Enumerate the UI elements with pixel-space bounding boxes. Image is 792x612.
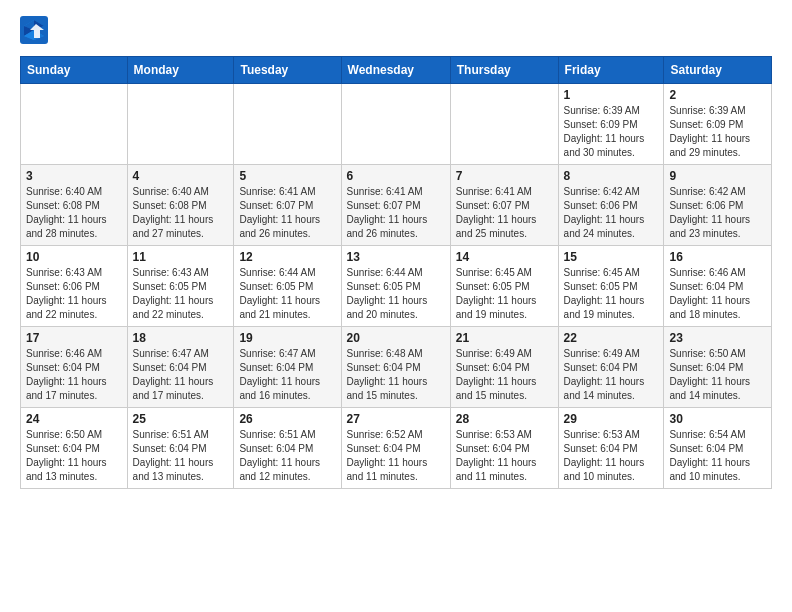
calendar-cell: 14Sunrise: 6:45 AM Sunset: 6:05 PM Dayli… xyxy=(450,246,558,327)
calendar-cell: 8Sunrise: 6:42 AM Sunset: 6:06 PM Daylig… xyxy=(558,165,664,246)
calendar-cell: 11Sunrise: 6:43 AM Sunset: 6:05 PM Dayli… xyxy=(127,246,234,327)
calendar-cell: 25Sunrise: 6:51 AM Sunset: 6:04 PM Dayli… xyxy=(127,408,234,489)
day-number: 29 xyxy=(564,412,659,426)
day-number: 15 xyxy=(564,250,659,264)
calendar-header-sunday: Sunday xyxy=(21,57,128,84)
day-info: Sunrise: 6:48 AM Sunset: 6:04 PM Dayligh… xyxy=(347,347,445,403)
day-info: Sunrise: 6:44 AM Sunset: 6:05 PM Dayligh… xyxy=(239,266,335,322)
calendar-week-1: 1Sunrise: 6:39 AM Sunset: 6:09 PM Daylig… xyxy=(21,84,772,165)
day-info: Sunrise: 6:53 AM Sunset: 6:04 PM Dayligh… xyxy=(564,428,659,484)
day-info: Sunrise: 6:45 AM Sunset: 6:05 PM Dayligh… xyxy=(456,266,553,322)
calendar-cell: 13Sunrise: 6:44 AM Sunset: 6:05 PM Dayli… xyxy=(341,246,450,327)
day-number: 24 xyxy=(26,412,122,426)
calendar-header-saturday: Saturday xyxy=(664,57,772,84)
calendar-header-tuesday: Tuesday xyxy=(234,57,341,84)
calendar-week-5: 24Sunrise: 6:50 AM Sunset: 6:04 PM Dayli… xyxy=(21,408,772,489)
day-number: 17 xyxy=(26,331,122,345)
day-number: 14 xyxy=(456,250,553,264)
logo xyxy=(20,16,52,44)
day-info: Sunrise: 6:41 AM Sunset: 6:07 PM Dayligh… xyxy=(239,185,335,241)
day-number: 12 xyxy=(239,250,335,264)
day-number: 3 xyxy=(26,169,122,183)
calendar-cell: 30Sunrise: 6:54 AM Sunset: 6:04 PM Dayli… xyxy=(664,408,772,489)
day-info: Sunrise: 6:51 AM Sunset: 6:04 PM Dayligh… xyxy=(133,428,229,484)
calendar-cell: 10Sunrise: 6:43 AM Sunset: 6:06 PM Dayli… xyxy=(21,246,128,327)
day-number: 11 xyxy=(133,250,229,264)
day-number: 6 xyxy=(347,169,445,183)
calendar-cell: 19Sunrise: 6:47 AM Sunset: 6:04 PM Dayli… xyxy=(234,327,341,408)
day-info: Sunrise: 6:51 AM Sunset: 6:04 PM Dayligh… xyxy=(239,428,335,484)
day-number: 4 xyxy=(133,169,229,183)
day-number: 21 xyxy=(456,331,553,345)
calendar: SundayMondayTuesdayWednesdayThursdayFrid… xyxy=(20,56,772,489)
day-info: Sunrise: 6:50 AM Sunset: 6:04 PM Dayligh… xyxy=(26,428,122,484)
day-info: Sunrise: 6:53 AM Sunset: 6:04 PM Dayligh… xyxy=(456,428,553,484)
day-number: 20 xyxy=(347,331,445,345)
day-number: 30 xyxy=(669,412,766,426)
day-info: Sunrise: 6:42 AM Sunset: 6:06 PM Dayligh… xyxy=(564,185,659,241)
day-info: Sunrise: 6:43 AM Sunset: 6:06 PM Dayligh… xyxy=(26,266,122,322)
day-number: 19 xyxy=(239,331,335,345)
calendar-cell: 20Sunrise: 6:48 AM Sunset: 6:04 PM Dayli… xyxy=(341,327,450,408)
day-info: Sunrise: 6:46 AM Sunset: 6:04 PM Dayligh… xyxy=(669,266,766,322)
calendar-cell: 27Sunrise: 6:52 AM Sunset: 6:04 PM Dayli… xyxy=(341,408,450,489)
day-info: Sunrise: 6:50 AM Sunset: 6:04 PM Dayligh… xyxy=(669,347,766,403)
day-number: 26 xyxy=(239,412,335,426)
calendar-cell: 16Sunrise: 6:46 AM Sunset: 6:04 PM Dayli… xyxy=(664,246,772,327)
day-number: 9 xyxy=(669,169,766,183)
calendar-week-3: 10Sunrise: 6:43 AM Sunset: 6:06 PM Dayli… xyxy=(21,246,772,327)
day-info: Sunrise: 6:41 AM Sunset: 6:07 PM Dayligh… xyxy=(456,185,553,241)
calendar-header-wednesday: Wednesday xyxy=(341,57,450,84)
calendar-cell: 28Sunrise: 6:53 AM Sunset: 6:04 PM Dayli… xyxy=(450,408,558,489)
calendar-week-4: 17Sunrise: 6:46 AM Sunset: 6:04 PM Dayli… xyxy=(21,327,772,408)
calendar-cell: 1Sunrise: 6:39 AM Sunset: 6:09 PM Daylig… xyxy=(558,84,664,165)
day-info: Sunrise: 6:42 AM Sunset: 6:06 PM Dayligh… xyxy=(669,185,766,241)
calendar-cell: 6Sunrise: 6:41 AM Sunset: 6:07 PM Daylig… xyxy=(341,165,450,246)
day-number: 1 xyxy=(564,88,659,102)
day-info: Sunrise: 6:49 AM Sunset: 6:04 PM Dayligh… xyxy=(456,347,553,403)
calendar-cell xyxy=(341,84,450,165)
day-info: Sunrise: 6:39 AM Sunset: 6:09 PM Dayligh… xyxy=(564,104,659,160)
day-number: 8 xyxy=(564,169,659,183)
calendar-cell: 12Sunrise: 6:44 AM Sunset: 6:05 PM Dayli… xyxy=(234,246,341,327)
calendar-cell: 15Sunrise: 6:45 AM Sunset: 6:05 PM Dayli… xyxy=(558,246,664,327)
calendar-cell xyxy=(127,84,234,165)
day-number: 25 xyxy=(133,412,229,426)
day-info: Sunrise: 6:41 AM Sunset: 6:07 PM Dayligh… xyxy=(347,185,445,241)
calendar-cell: 29Sunrise: 6:53 AM Sunset: 6:04 PM Dayli… xyxy=(558,408,664,489)
calendar-cell: 3Sunrise: 6:40 AM Sunset: 6:08 PM Daylig… xyxy=(21,165,128,246)
calendar-cell: 24Sunrise: 6:50 AM Sunset: 6:04 PM Dayli… xyxy=(21,408,128,489)
day-info: Sunrise: 6:46 AM Sunset: 6:04 PM Dayligh… xyxy=(26,347,122,403)
day-info: Sunrise: 6:47 AM Sunset: 6:04 PM Dayligh… xyxy=(133,347,229,403)
day-number: 18 xyxy=(133,331,229,345)
day-number: 10 xyxy=(26,250,122,264)
calendar-header-row: SundayMondayTuesdayWednesdayThursdayFrid… xyxy=(21,57,772,84)
day-number: 28 xyxy=(456,412,553,426)
calendar-cell: 18Sunrise: 6:47 AM Sunset: 6:04 PM Dayli… xyxy=(127,327,234,408)
day-info: Sunrise: 6:47 AM Sunset: 6:04 PM Dayligh… xyxy=(239,347,335,403)
day-number: 5 xyxy=(239,169,335,183)
page: SundayMondayTuesdayWednesdayThursdayFrid… xyxy=(0,0,792,505)
day-number: 27 xyxy=(347,412,445,426)
day-number: 16 xyxy=(669,250,766,264)
day-number: 22 xyxy=(564,331,659,345)
calendar-cell: 26Sunrise: 6:51 AM Sunset: 6:04 PM Dayli… xyxy=(234,408,341,489)
day-number: 2 xyxy=(669,88,766,102)
calendar-header-monday: Monday xyxy=(127,57,234,84)
day-info: Sunrise: 6:44 AM Sunset: 6:05 PM Dayligh… xyxy=(347,266,445,322)
calendar-cell: 4Sunrise: 6:40 AM Sunset: 6:08 PM Daylig… xyxy=(127,165,234,246)
calendar-header-thursday: Thursday xyxy=(450,57,558,84)
day-number: 13 xyxy=(347,250,445,264)
calendar-cell: 22Sunrise: 6:49 AM Sunset: 6:04 PM Dayli… xyxy=(558,327,664,408)
calendar-cell: 9Sunrise: 6:42 AM Sunset: 6:06 PM Daylig… xyxy=(664,165,772,246)
day-number: 23 xyxy=(669,331,766,345)
day-number: 7 xyxy=(456,169,553,183)
calendar-cell: 21Sunrise: 6:49 AM Sunset: 6:04 PM Dayli… xyxy=(450,327,558,408)
generalblue-logo-icon xyxy=(20,16,48,44)
calendar-cell: 17Sunrise: 6:46 AM Sunset: 6:04 PM Dayli… xyxy=(21,327,128,408)
calendar-cell: 5Sunrise: 6:41 AM Sunset: 6:07 PM Daylig… xyxy=(234,165,341,246)
calendar-cell: 23Sunrise: 6:50 AM Sunset: 6:04 PM Dayli… xyxy=(664,327,772,408)
calendar-cell xyxy=(450,84,558,165)
day-info: Sunrise: 6:49 AM Sunset: 6:04 PM Dayligh… xyxy=(564,347,659,403)
header xyxy=(20,16,772,44)
